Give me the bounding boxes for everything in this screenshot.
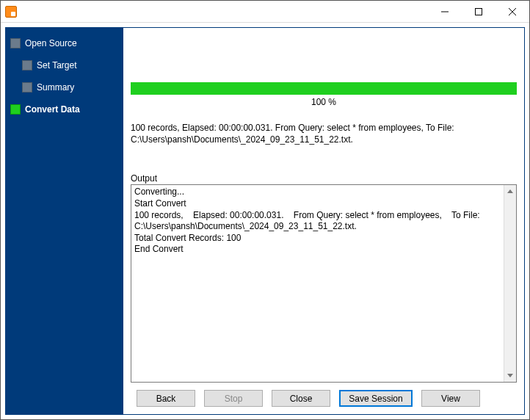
progress-bar bbox=[131, 82, 517, 95]
close-button[interactable]: Close bbox=[272, 390, 330, 407]
maximize-button[interactable] bbox=[462, 1, 495, 22]
sidebar-item-summary[interactable]: Summary bbox=[22, 79, 123, 95]
output-label: Output bbox=[131, 173, 517, 184]
step-status-icon bbox=[22, 60, 32, 70]
step-status-icon bbox=[10, 104, 21, 115]
view-button[interactable]: View bbox=[421, 390, 480, 407]
svg-marker-5 bbox=[507, 374, 513, 377]
scroll-up-icon[interactable] bbox=[504, 185, 516, 198]
scroll-down-icon[interactable] bbox=[504, 369, 516, 382]
step-status-icon bbox=[22, 82, 32, 93]
save-session-button[interactable]: Save Session bbox=[339, 390, 413, 407]
window-controls bbox=[428, 1, 529, 22]
sidebar-item-label: Summary bbox=[37, 82, 74, 93]
svg-rect-1 bbox=[476, 8, 482, 15]
back-button[interactable]: Back bbox=[137, 390, 195, 407]
step-status-icon bbox=[10, 38, 21, 48]
main-panel: 100 % 100 records, Elapsed: 00:00:00.031… bbox=[123, 28, 524, 414]
stop-button[interactable]: Stop bbox=[204, 390, 263, 407]
sidebar-item-label: Convert Data bbox=[25, 104, 80, 115]
app-icon bbox=[5, 6, 17, 18]
output-scrollbar[interactable] bbox=[504, 185, 516, 382]
progress-percent-label: 100 % bbox=[131, 97, 517, 107]
sidebar-item-open-source[interactable]: Open Source bbox=[10, 35, 123, 51]
sidebar-item-set-target[interactable]: Set Target bbox=[22, 57, 123, 73]
minimize-button[interactable] bbox=[428, 1, 462, 22]
output-textarea[interactable]: Converting... Start Convert 100 records,… bbox=[131, 185, 504, 382]
conversion-summary-text: 100 records, Elapsed: 00:00:00.031. From… bbox=[131, 122, 517, 145]
sidebar-item-convert-data[interactable]: Convert Data bbox=[10, 101, 123, 117]
svg-marker-4 bbox=[507, 189, 513, 193]
output-box: Converting... Start Convert 100 records,… bbox=[131, 184, 517, 383]
sidebar-item-label: Open Source bbox=[25, 38, 77, 48]
close-window-button[interactable] bbox=[495, 1, 529, 22]
wizard-sidebar: Open Source Set Target Summary Convert D… bbox=[6, 28, 123, 414]
sidebar-item-label: Set Target bbox=[37, 60, 76, 70]
button-row: Back Stop Close Save Session View bbox=[131, 390, 517, 407]
titlebar bbox=[1, 1, 529, 23]
